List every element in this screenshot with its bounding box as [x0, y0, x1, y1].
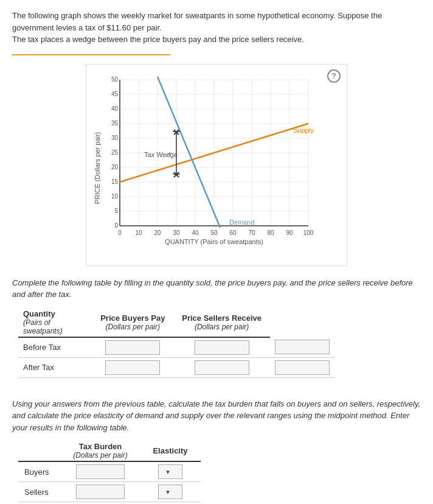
- col2-header: Price Buyers Pay (Dollars per pair): [92, 308, 173, 337]
- svg-text:20: 20: [111, 164, 119, 170]
- tax-burden-header: Tax Burden (Dollars per pair): [61, 441, 140, 461]
- after-tax-sellers-input[interactable]: [275, 360, 330, 375]
- tax-wedge-label: Tax Wedge: [144, 151, 178, 158]
- before-tax-label: Before Tax: [18, 337, 92, 358]
- table2-intro: Using your answers from the previous tab…: [12, 398, 421, 434]
- svg-text:80: 80: [267, 229, 274, 236]
- after-tax-buyers-input[interactable]: [195, 360, 249, 375]
- before-tax-buyers-cell: [173, 337, 270, 358]
- data-table-1: Quantity (Pairs of sweatpants) Price Buy…: [18, 308, 334, 378]
- sellers-burden-input[interactable]: [76, 485, 125, 499]
- svg-text:60: 60: [229, 229, 237, 236]
- sellers-burden-cell: [61, 482, 140, 502]
- table-row: Sellers ▼: [18, 482, 201, 502]
- svg-text:10: 10: [111, 193, 119, 200]
- svg-text:30: 30: [173, 229, 180, 236]
- after-tax-sellers-cell: [270, 357, 334, 377]
- section-divider: [12, 54, 170, 55]
- svg-text:10: 10: [135, 229, 142, 236]
- chart-container: ? PRICE (Dollars per pair): [86, 64, 347, 266]
- after-tax-quantity-input[interactable]: [105, 360, 160, 375]
- before-tax-sellers-cell: [270, 337, 334, 358]
- svg-text:20: 20: [154, 229, 161, 236]
- svg-text:QUANTITY (Pairs of sweatpants): QUANTITY (Pairs of sweatpants): [165, 238, 263, 245]
- table2-section: Using your answers from the previous tab…: [12, 398, 421, 503]
- svg-text:90: 90: [286, 229, 293, 236]
- dropdown-arrow-icon: ▼: [165, 489, 171, 495]
- sellers-label: Sellers: [18, 482, 61, 502]
- svg-text:25: 25: [111, 149, 119, 156]
- svg-text:0: 0: [118, 229, 122, 236]
- svg-text:30: 30: [111, 135, 119, 141]
- chart-area: PRICE (Dollars per pair): [92, 71, 341, 259]
- svg-text:50: 50: [111, 76, 119, 83]
- before-tax-sellers-input[interactable]: [275, 340, 330, 354]
- elasticity-header: Elasticity: [140, 441, 201, 461]
- intro-text: The following graph shows the weekly mar…: [12, 10, 421, 46]
- svg-text:100: 100: [303, 229, 314, 236]
- before-tax-quantity-input[interactable]: [105, 340, 160, 355]
- col3-header: Price Sellers Receive (Dollars per pair): [173, 308, 270, 337]
- burden-table: Tax Burden (Dollars per pair) Elasticity…: [18, 441, 201, 502]
- after-tax-quantity-cell: [92, 357, 173, 377]
- buyers-burden-input[interactable]: [76, 464, 125, 479]
- table-row: Before Tax: [18, 337, 334, 358]
- buyers-label: Buyers: [18, 461, 61, 482]
- economics-chart: PRICE (Dollars per pair): [92, 71, 330, 259]
- col1-header: Quantity (Pairs of sweatpants): [18, 308, 92, 337]
- svg-text:15: 15: [111, 178, 119, 185]
- table-row: Buyers ▼: [18, 461, 201, 482]
- after-tax-buyers-cell: [173, 357, 270, 377]
- svg-text:50: 50: [210, 229, 218, 236]
- svg-text:40: 40: [192, 229, 199, 236]
- buyers-elasticity-dropdown[interactable]: ▼: [158, 464, 182, 479]
- sellers-elasticity-cell: ▼: [140, 482, 201, 502]
- before-tax-buyers-input[interactable]: [195, 340, 249, 355]
- buyers-elasticity-cell: ▼: [140, 461, 201, 482]
- supply-label: Supply: [293, 127, 314, 134]
- table-row: After Tax: [18, 357, 334, 377]
- svg-text:45: 45: [111, 91, 119, 97]
- svg-text:40: 40: [111, 105, 119, 112]
- before-tax-quantity-cell: [92, 337, 173, 358]
- table1-intro: Complete the following table by filling …: [12, 277, 421, 301]
- table1-section: Complete the following table by filling …: [12, 277, 421, 378]
- svg-text:5: 5: [114, 208, 118, 214]
- sellers-elasticity-dropdown[interactable]: ▼: [158, 485, 182, 499]
- svg-text:35: 35: [111, 120, 119, 127]
- dropdown-arrow-icon: ▼: [165, 469, 171, 475]
- buyers-burden-cell: [61, 461, 140, 482]
- after-tax-label: After Tax: [18, 357, 92, 377]
- y-axis-label: PRICE (Dollars per pair): [94, 131, 101, 204]
- svg-text:70: 70: [248, 229, 255, 236]
- svg-text:0: 0: [114, 222, 118, 229]
- demand-label: Demand: [229, 219, 255, 226]
